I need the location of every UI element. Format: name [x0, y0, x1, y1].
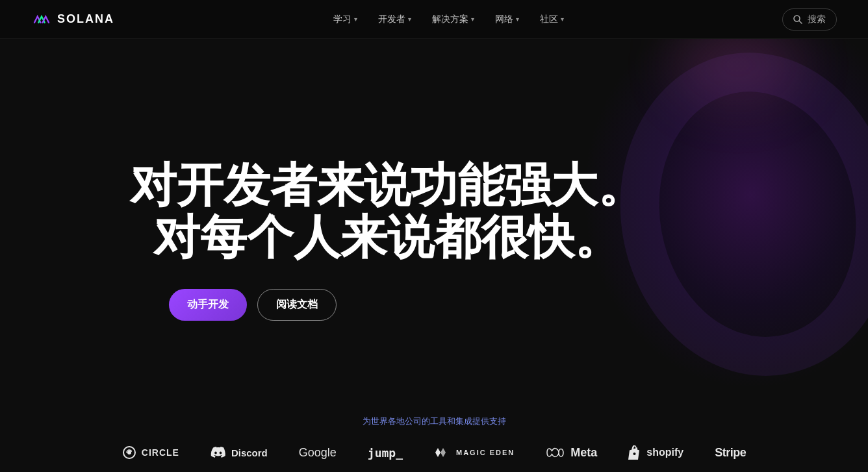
discord-text: Discord	[231, 447, 268, 458]
hero-title: 对开发者来说功能强大。 对每个人来说都很快。	[130, 160, 645, 262]
circle-text: CIRCLE	[142, 447, 179, 458]
logo-text: SOLANA	[57, 12, 114, 26]
partners-row: CIRCLE Discord Google jump_	[0, 445, 868, 460]
partner-google: Google	[299, 446, 337, 460]
hero-content: 对开发者来说功能强大。 对每个人来说都很快。 动手开发 阅读文档	[130, 160, 645, 320]
google-text: Google	[299, 446, 337, 460]
meta-icon	[546, 447, 565, 458]
meta-text: Meta	[570, 446, 597, 460]
stripe-text: Stripe	[715, 446, 746, 460]
partner-meta: Meta	[546, 446, 597, 460]
search-button[interactable]: 搜索	[782, 8, 837, 31]
nav-item-community[interactable]: 社区 ▾	[531, 8, 573, 31]
partner-stripe: Stripe	[715, 446, 746, 460]
shopify-icon	[628, 445, 641, 460]
chevron-down-icon: ▾	[354, 16, 357, 23]
bg-pink-decoration	[673, 39, 803, 104]
chevron-down-icon: ▾	[561, 16, 564, 23]
search-icon	[793, 15, 802, 24]
partner-shopify: shopify	[628, 445, 683, 460]
magic-eden-icon	[434, 447, 451, 458]
partner-circle: CIRCLE	[122, 445, 179, 460]
magic-eden-text: Magic Eden	[456, 449, 515, 456]
nav-item-solutions[interactable]: 解决方案 ▾	[423, 8, 483, 31]
nav-item-network[interactable]: 网络 ▾	[486, 8, 528, 31]
partners-section: 为世界各地公司的工具和集成提供支持 CIRCLE Discord	[0, 403, 868, 472]
nav-links: 学习 ▾ 开发者 ▾ 解决方案 ▾ 网络 ▾ 社区 ▾	[324, 8, 573, 31]
partner-discord: Discord	[211, 447, 268, 458]
read-docs-button[interactable]: 阅读文档	[257, 289, 337, 321]
logo[interactable]: SOLANA	[31, 12, 114, 27]
hero-buttons: 动手开发 阅读文档	[169, 289, 645, 321]
shopify-text: shopify	[646, 447, 683, 458]
chevron-down-icon: ▾	[471, 16, 474, 23]
navbar: SOLANA 学习 ▾ 开发者 ▾ 解决方案 ▾ 网络 ▾ 社区 ▾ 搜索	[0, 0, 868, 39]
nav-item-learn[interactable]: 学习 ▾	[324, 8, 366, 31]
circle-icon	[122, 445, 136, 460]
svg-point-2	[127, 451, 131, 454]
discord-icon	[211, 447, 226, 458]
jump-text: jump_	[368, 446, 403, 460]
partners-label: 为世界各地公司的工具和集成提供支持	[0, 416, 868, 427]
partner-magic-eden: Magic Eden	[434, 447, 515, 458]
chevron-down-icon: ▾	[408, 16, 411, 23]
chevron-down-icon: ▾	[516, 16, 519, 23]
partner-jump: jump_	[368, 446, 403, 460]
start-developing-button[interactable]: 动手开发	[169, 289, 247, 321]
nav-item-developers[interactable]: 开发者 ▾	[369, 8, 420, 31]
hero-section: 对开发者来说功能强大。 对每个人来说都很快。 动手开发 阅读文档	[0, 39, 868, 403]
